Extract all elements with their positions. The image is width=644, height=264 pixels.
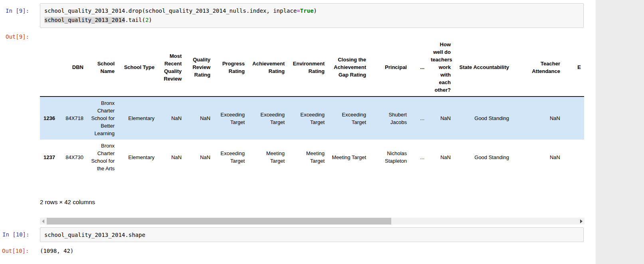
code-token: True <box>300 8 314 14</box>
table-header-cell: Teacher Attendance <box>512 38 563 97</box>
table-cell: NaN <box>158 140 185 175</box>
table-cell <box>563 97 584 140</box>
table-row[interactable]: 123684X718Bronx Charter School for Bette… <box>40 97 584 140</box>
table-cell: 84X718 <box>58 97 87 140</box>
table-cell: Meeting Target <box>328 140 369 175</box>
table-cell: Meeting Target <box>288 140 328 175</box>
table-row[interactable]: 123784X730Bronx Charter School for the A… <box>40 140 584 175</box>
table-cell: Good Standing <box>454 140 512 175</box>
table-cell: Elementary <box>118 97 158 140</box>
code-line: school_quality_2013_2014.drop(school_qua… <box>44 6 579 16</box>
table-cell: Elementary <box>118 140 158 175</box>
code-token: ) <box>313 8 317 14</box>
code-token: ) <box>149 17 152 23</box>
table-cell: Exceeding Target <box>214 140 248 175</box>
table-header-cell <box>40 38 58 97</box>
table-cell: ... <box>410 140 428 175</box>
table-cell: Exceeding Target <box>214 97 248 140</box>
table-header-cell: School Type <box>118 38 158 97</box>
cell-10-output-value: (1098, 42) <box>40 248 73 254</box>
dataframe-table: DBNSchool NameSchool TypeMost Recent Qua… <box>40 38 584 175</box>
selected-code-token: school_quality_2013_2014 <box>44 17 125 23</box>
table-cell: ... <box>410 97 428 140</box>
dataframe-output-area: DBNSchool NameSchool TypeMost Recent Qua… <box>40 38 584 195</box>
table-header-cell: ... <box>410 38 428 97</box>
scrollbar-left-button[interactable] <box>40 218 47 225</box>
code-token: school_quality_2013_2014.drop(school_qua… <box>44 8 297 14</box>
table-cell: 84X730 <box>58 140 87 175</box>
scroll-right-arrow-icon <box>580 219 583 223</box>
table-cell <box>563 140 584 175</box>
table-header-cell: Principal <box>369 38 410 97</box>
table-cell: Exceeding Target <box>248 97 288 140</box>
table-cell: Meeting Target <box>248 140 288 175</box>
code-token: = <box>297 8 300 14</box>
table-header-cell: State Accountability <box>454 38 512 97</box>
table-cell: NaN <box>512 97 563 140</box>
table-cell: NaN <box>512 140 563 175</box>
table-header-cell: Environment Rating <box>288 38 328 97</box>
row-index-cell: 1237 <box>40 140 58 175</box>
code-line: school_quality_2013_2014.shape <box>44 231 579 240</box>
dataframe-dimensions-label: 2 rows × 42 columns <box>40 199 95 205</box>
table-header-cell: Progress Rating <box>214 38 248 97</box>
table-cell: Exceeding Target <box>328 97 369 140</box>
table-header-cell: DBN <box>58 38 87 97</box>
cell-10-output-prompt: Out[10]: <box>2 248 29 254</box>
table-header-cell: Closing the Achievement Gap Rating <box>328 38 369 97</box>
table-cell: Nicholas Stapleton <box>369 140 410 175</box>
table-header-cell: Achievement Rating <box>248 38 288 97</box>
horizontal-scrollbar-thumb[interactable] <box>47 218 391 225</box>
table-header-cell: Quality Review Rating <box>185 38 214 97</box>
cell-10-input-prompt: In [10]: <box>2 231 29 238</box>
table-cell: Good Standing <box>454 97 512 140</box>
table-cell: NaN <box>185 140 214 175</box>
code-line: school_quality_2013_2014.tail(2) <box>44 16 579 25</box>
table-header-row: DBNSchool NameSchool TypeMost Recent Qua… <box>40 38 584 97</box>
code-token: .tail( <box>125 17 145 23</box>
cell-10-code-editor[interactable]: school_quality_2013_2014.shape <box>40 227 584 242</box>
cell-9-output-prompt: Out[9]: <box>6 33 29 40</box>
code-token: school_quality_2013_2014.shape <box>44 232 145 238</box>
table-header-cell: School Name <box>87 38 118 97</box>
table-cell: NaN <box>428 97 454 140</box>
table-cell: NaN <box>428 140 454 175</box>
table-cell: NaN <box>158 97 185 140</box>
table-header-cell: E <box>563 38 584 97</box>
cell-9-code-editor[interactable]: school_quality_2013_2014.drop(school_qua… <box>40 3 584 28</box>
cell-9-input-prompt: In [9]: <box>6 8 29 14</box>
table-cell: Exceeding Target <box>288 97 328 140</box>
table-cell: Bronx Charter School for Better Learning <box>87 97 118 140</box>
scroll-left-arrow-icon <box>42 219 44 223</box>
page-right-gutter <box>596 0 644 264</box>
horizontal-scrollbar-track[interactable] <box>40 218 585 225</box>
table-cell: NaN <box>185 97 214 140</box>
table-header-cell: How well do teachers work with each othe… <box>428 38 454 97</box>
table-cell: Bronx Charter School for the Arts <box>87 140 118 175</box>
row-index-cell: 1236 <box>40 97 58 140</box>
table-cell: Shubert Jacobs <box>369 97 410 140</box>
scrollbar-right-button[interactable] <box>578 218 585 225</box>
table-header-cell: Most Recent Quality Review <box>158 38 185 97</box>
